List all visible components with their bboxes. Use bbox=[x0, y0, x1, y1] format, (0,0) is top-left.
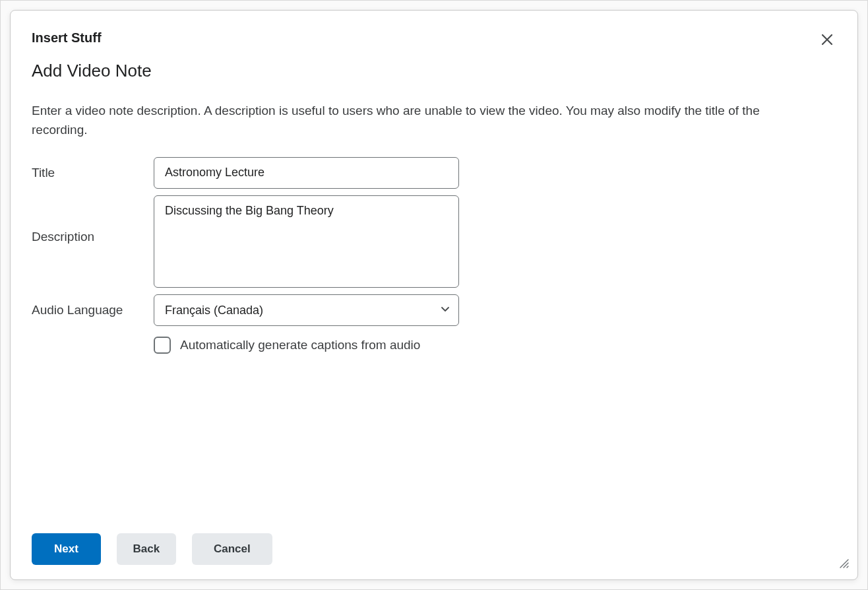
dialog-footer: Next Back Cancel bbox=[32, 533, 836, 565]
description-input[interactable]: Discussing the Big Bang Theory bbox=[154, 195, 459, 288]
cancel-button[interactable]: Cancel bbox=[192, 533, 272, 565]
next-button[interactable]: Next bbox=[32, 533, 101, 565]
title-label: Title bbox=[32, 166, 154, 180]
insert-stuff-dialog: Insert Stuff Add Video Note Enter a vide… bbox=[10, 10, 858, 580]
captions-checkbox-label: Automatically generate captions from aud… bbox=[180, 338, 420, 352]
audio-language-label: Audio Language bbox=[32, 303, 154, 317]
title-input[interactable] bbox=[154, 157, 459, 189]
resize-gripper-icon[interactable] bbox=[838, 557, 850, 572]
instructions-text: Enter a video note description. A descri… bbox=[32, 101, 810, 140]
close-button[interactable] bbox=[818, 30, 836, 49]
close-icon bbox=[821, 33, 834, 46]
dialog-header: Insert Stuff bbox=[32, 30, 836, 49]
back-button[interactable]: Back bbox=[117, 533, 176, 565]
description-row: Description Discussing the Big Bang Theo… bbox=[32, 195, 836, 288]
captions-row: Automatically generate captions from aud… bbox=[154, 337, 836, 354]
audio-language-row: Audio Language Français (Canada) bbox=[32, 294, 836, 326]
title-row: Title bbox=[32, 157, 836, 189]
dialog-title: Insert Stuff bbox=[32, 30, 102, 46]
captions-checkbox[interactable] bbox=[154, 337, 171, 354]
audio-language-select-wrap: Français (Canada) bbox=[154, 294, 459, 326]
audio-language-select[interactable]: Français (Canada) bbox=[154, 294, 459, 326]
description-label: Description bbox=[32, 195, 154, 244]
video-note-form: Title Description Discussing the Big Ban… bbox=[32, 157, 836, 354]
dialog-subtitle: Add Video Note bbox=[32, 61, 836, 81]
